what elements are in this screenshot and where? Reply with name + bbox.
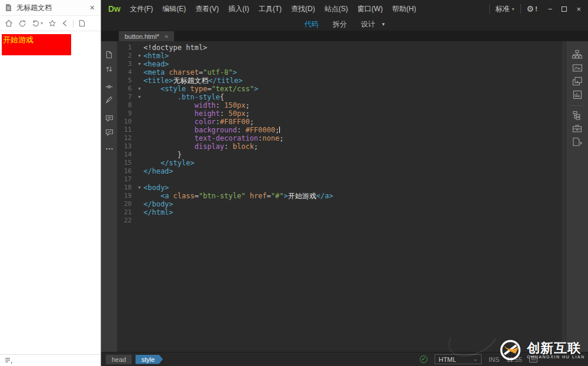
code-line[interactable]: 6▼ <style type="text/css"> <box>118 85 566 93</box>
maximize-button[interactable] <box>562 5 567 13</box>
tag-selector-head[interactable]: head <box>106 355 132 364</box>
code-line[interactable]: 14 } <box>118 151 566 159</box>
format-brush-icon[interactable] <box>105 96 113 104</box>
behaviors-panel-icon[interactable] <box>572 124 582 133</box>
menu-find[interactable]: 查找(D) <box>286 4 320 14</box>
close-button[interactable]: × <box>576 5 581 13</box>
code-line[interactable]: 20</body> <box>118 200 566 208</box>
document-tab[interactable]: button.html* × <box>119 31 174 41</box>
code-line[interactable]: 19 <a class="btn-style" href="#">开始游戏</a… <box>118 192 566 200</box>
code-line[interactable]: 8 width: 150px; <box>118 101 566 109</box>
line-number: 18 <box>118 184 135 192</box>
code-text: </head> <box>143 167 173 175</box>
assets-panel-icon[interactable] <box>572 64 583 72</box>
menu-edit[interactable]: 编辑(E) <box>158 4 191 14</box>
menu-insert[interactable]: 插入(I) <box>223 4 253 14</box>
undo-dropdown-caret[interactable]: ▾ <box>41 19 43 28</box>
code-line[interactable]: 13 display: block; <box>118 142 566 151</box>
line-number: 6 <box>118 85 135 93</box>
browser-toolbar: ▾ <box>0 16 101 31</box>
maximize-icon <box>562 6 567 12</box>
fold-gutter <box>135 175 143 184</box>
dom-panel-icon[interactable] <box>572 111 582 120</box>
reading-list-icon[interactable] <box>5 357 12 364</box>
code-line[interactable]: 9 height: 50px; <box>118 109 566 118</box>
sort-lines-icon[interactable] <box>105 65 113 73</box>
code-line[interactable]: 1<!doctype html> <box>118 44 566 52</box>
menu-file[interactable]: 文件(F) <box>125 4 158 14</box>
watermark: 创新互联 CHUANGXIN HU LIAN <box>499 338 585 362</box>
line-number: 5 <box>118 76 135 85</box>
line-number: 21 <box>118 208 135 217</box>
code-line[interactable]: 5<title>无标题文档</title> <box>118 76 566 85</box>
tab-split[interactable]: 拆分 <box>333 19 347 29</box>
favorite-star-icon[interactable] <box>48 19 56 27</box>
design-dropdown-icon[interactable]: ▾ <box>382 21 385 27</box>
code-line[interactable]: 3▼<head> <box>118 60 566 68</box>
fold-arrow-icon[interactable]: ▼ <box>135 93 143 101</box>
files-panel-icon[interactable] <box>572 49 583 59</box>
cc-libraries-panel-icon[interactable] <box>572 76 583 86</box>
code-text: <title>无标题文档</title> <box>143 76 242 85</box>
code-line[interactable]: 10 color:#F8FF00; <box>118 118 566 126</box>
code-line[interactable]: 7▼ .btn-style{ <box>118 93 566 101</box>
code-line[interactable]: 15 </style> <box>118 159 566 167</box>
browser-statusbar <box>0 354 101 366</box>
refresh-icon[interactable] <box>18 19 26 27</box>
code-line[interactable]: 12 text-decoration:none; <box>118 134 566 142</box>
insert-panel-icon[interactable] <box>573 90 582 99</box>
code-line[interactable]: 4<meta charset="utf-8"> <box>118 68 566 76</box>
undo-icon[interactable]: ▾ <box>32 19 43 28</box>
anchor-point-icon[interactable] <box>105 84 113 89</box>
fold-gutter <box>135 118 143 126</box>
page-icon[interactable] <box>79 19 85 27</box>
fold-gutter <box>135 101 143 109</box>
menu-site[interactable]: 站点(S) <box>320 4 353 14</box>
code-text: <head> <box>143 60 169 68</box>
home-icon[interactable] <box>5 19 13 27</box>
start-game-button[interactable]: 开始游戏 <box>2 34 71 55</box>
menu-help[interactable]: 帮助(H) <box>387 4 421 14</box>
code-line[interactable]: 22 <box>118 217 566 225</box>
code-line[interactable]: 21</html> <box>118 208 566 217</box>
watermark-logo-icon <box>499 338 522 362</box>
code-line[interactable]: 17 <box>118 175 566 184</box>
fold-arrow-icon[interactable]: ▼ <box>135 60 143 68</box>
browser-close-icon[interactable]: × <box>89 4 96 12</box>
tag-selector-style[interactable]: style <box>135 355 163 364</box>
minimize-button[interactable]: − <box>548 5 553 13</box>
back-icon[interactable] <box>62 19 68 27</box>
remove-comment-icon[interactable] <box>105 129 113 137</box>
code-text: width: 150px; <box>143 101 250 109</box>
menubar-divider <box>520 4 521 14</box>
fold-arrow-icon[interactable]: ▼ <box>135 85 143 93</box>
line-number: 7 <box>118 93 135 101</box>
workspace-label: 标准 <box>496 4 510 14</box>
code-line[interactable]: 2▼<html> <box>118 52 566 60</box>
menu-view[interactable]: 查看(V) <box>191 4 223 14</box>
document-tab-label: button.html* <box>125 33 159 40</box>
toolbar-divider <box>73 19 74 28</box>
settings-button[interactable]: ⚙ ! <box>527 4 537 14</box>
fold-arrow-icon[interactable]: ▼ <box>135 52 143 60</box>
fold-gutter <box>135 200 143 208</box>
code-line[interactable]: 16</head> <box>118 167 566 175</box>
tab-code[interactable]: 代码 <box>305 19 319 29</box>
code-line[interactable]: 11 background: #FF0000; <box>118 126 566 134</box>
code-editor[interactable]: 1<!doctype html>2▼<html>3▼<head>4<meta c… <box>118 41 566 352</box>
line-number: 12 <box>118 134 135 142</box>
vertical-scrollbar[interactable] <box>562 41 566 352</box>
menubar-divider <box>489 4 490 14</box>
fold-arrow-icon[interactable]: ▼ <box>135 184 143 192</box>
open-documents-icon[interactable] <box>105 51 113 59</box>
workspace-switcher[interactable]: 标准 ▾ <box>496 4 514 14</box>
menu-window[interactable]: 窗口(W) <box>353 4 387 14</box>
tab-design[interactable]: 设计 <box>361 19 375 29</box>
more-options-icon[interactable] <box>105 148 113 150</box>
snippets-panel-icon[interactable] <box>572 137 583 147</box>
menu-tools[interactable]: 工具(T) <box>254 4 286 14</box>
code-text: <body> <box>143 184 169 192</box>
comment-icon[interactable] <box>105 115 113 122</box>
tab-close-icon[interactable]: × <box>165 33 168 40</box>
code-line[interactable]: 18▼<body> <box>118 184 566 192</box>
